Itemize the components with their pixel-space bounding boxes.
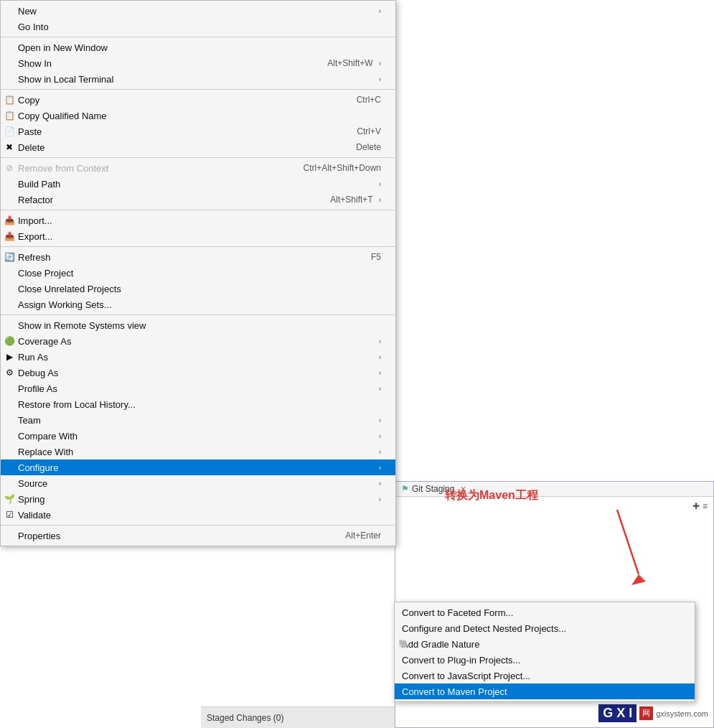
menu-item-show-in[interactable]: Show InAlt+Shift+W› xyxy=(1,55,395,71)
sub-menu-item-add-gradle[interactable]: 🐘Add Gradle Nature xyxy=(395,636,695,652)
sub-menu-item-configure-detect[interactable]: Configure and Detect Nested Projects... xyxy=(395,620,695,636)
watermark-net: 网 xyxy=(639,706,653,720)
menu-separator xyxy=(1,157,395,158)
menu-label-show-in: Show In xyxy=(18,58,299,69)
submenu-arrow-source: › xyxy=(379,480,381,487)
menu-item-replace-with[interactable]: Replace With› xyxy=(1,444,395,459)
submenu-arrow-run-as: › xyxy=(379,353,381,361)
shortcut-refactor: Alt+Shift+T xyxy=(330,195,372,205)
git-tool-plus[interactable]: ✚ xyxy=(692,501,700,511)
menu-item-go-into[interactable]: Go Into xyxy=(1,19,395,34)
gradle-icon: 🐘 xyxy=(398,638,409,650)
menu-label-close-project: Close Project xyxy=(18,268,381,279)
menu-label-assign-working-sets: Assign Working Sets... xyxy=(18,299,381,310)
menu-item-show-remote[interactable]: Show in Remote Systems view xyxy=(1,317,395,333)
menu-label-go-into: Go Into xyxy=(18,22,381,32)
menu-item-source[interactable]: Source› xyxy=(1,475,395,491)
shortcut-delete: Delete xyxy=(356,142,381,152)
menu-item-refactor[interactable]: RefactorAlt+Shift+T› xyxy=(1,192,395,207)
menu-label-close-unrelated: Close Unrelated Projects xyxy=(18,284,381,294)
menu-item-copy-qualified[interactable]: 📋Copy Qualified Name xyxy=(1,108,395,123)
export-icon: 📤 xyxy=(4,230,15,242)
submenu-arrow-show-local-terminal: › xyxy=(379,75,381,83)
context-menu: New›Go IntoOpen in New WindowShow InAlt+… xyxy=(0,0,396,546)
menu-item-refresh[interactable]: 🔄RefreshF5 xyxy=(1,249,395,265)
menu-item-export[interactable]: 📤Export... xyxy=(1,228,395,244)
menu-item-import[interactable]: 📥Import... xyxy=(1,213,395,228)
menu-item-configure[interactable]: Configure› xyxy=(1,459,395,475)
menu-item-run-as[interactable]: ▶Run As› xyxy=(1,349,395,365)
menu-item-coverage-as[interactable]: 🟢Coverage As› xyxy=(1,333,395,349)
menu-item-assign-working-sets[interactable]: Assign Working Sets... xyxy=(1,297,395,312)
menu-item-validate[interactable]: ☑Validate xyxy=(1,507,395,523)
shortcut-copy: Ctrl+C xyxy=(357,95,381,105)
sub-menu-label-convert-javascript: Convert to JavaScript Project... xyxy=(402,671,680,681)
remove-icon: ⊘ xyxy=(4,162,15,174)
sub-menu-item-convert-javascript[interactable]: Convert to JavaScript Project... xyxy=(395,668,695,683)
menu-item-close-unrelated[interactable]: Close Unrelated Projects xyxy=(1,281,395,297)
menu-item-team[interactable]: Team› xyxy=(1,412,395,428)
menu-label-new: New xyxy=(18,6,373,17)
sub-menu-item-convert-faceted[interactable]: Convert to Faceted Form... xyxy=(395,605,695,620)
menu-label-properties: Properties xyxy=(18,531,316,541)
menu-label-team: Team xyxy=(18,415,373,426)
submenu-arrow-debug-as: › xyxy=(379,369,381,377)
submenu-arrow-compare-with: › xyxy=(379,432,381,440)
annotation-arrow xyxy=(610,510,653,596)
menu-item-properties[interactable]: PropertiesAlt+Enter xyxy=(1,528,395,543)
menu-item-debug-as[interactable]: ⚙Debug As› xyxy=(1,365,395,381)
run-icon: ▶ xyxy=(4,351,15,363)
submenu-arrow-replace-with: › xyxy=(379,448,381,456)
menu-item-new[interactable]: New› xyxy=(1,3,395,19)
menu-item-close-project[interactable]: Close Project xyxy=(1,265,395,281)
menu-item-profile-as[interactable]: Profile As› xyxy=(1,381,395,396)
menu-separator xyxy=(1,210,395,210)
menu-item-open-new-window[interactable]: Open in New Window xyxy=(1,39,395,55)
menu-item-copy[interactable]: 📋CopyCtrl+C xyxy=(1,92,395,108)
watermark: G X I 网 gxisystem.com xyxy=(598,704,708,722)
sub-menu-label-convert-maven: Convert to Maven Project xyxy=(402,686,680,697)
menu-label-profile-as: Profile As xyxy=(18,383,373,394)
delete-red-icon: ✖ xyxy=(4,141,15,153)
git-tool-collapse[interactable]: ≡ xyxy=(703,501,708,511)
svg-line-0 xyxy=(617,510,639,574)
menu-item-compare-with[interactable]: Compare With› xyxy=(1,428,395,444)
menu-item-paste[interactable]: 📄PasteCtrl+V xyxy=(1,123,395,139)
submenu-arrow-build-path: › xyxy=(379,180,381,188)
menu-label-coverage-as: Coverage As xyxy=(18,336,373,347)
menu-item-restore-history[interactable]: Restore from Local History... xyxy=(1,396,395,412)
menu-label-source: Source xyxy=(18,478,373,489)
paste-icon: 📄 xyxy=(4,126,15,137)
menu-label-refresh: Refresh xyxy=(18,252,342,263)
menu-separator xyxy=(1,37,395,37)
watermark-site: gxisystem.com xyxy=(656,709,708,718)
sub-menu-label-add-gradle: Add Gradle Nature xyxy=(402,639,680,650)
menu-separator xyxy=(1,314,395,315)
validate-icon: ☑ xyxy=(4,509,15,521)
shortcut-properties: Alt+Enter xyxy=(345,531,381,541)
sub-menu-item-convert-maven[interactable]: Convert to Maven Project xyxy=(395,683,695,699)
submenu-arrow-team: › xyxy=(379,416,381,424)
menu-label-import: Import... xyxy=(18,215,381,226)
menu-label-refactor: Refactor xyxy=(18,195,301,205)
shortcut-paste: Ctrl+V xyxy=(357,126,381,136)
menu-item-delete[interactable]: ✖DeleteDelete xyxy=(1,139,395,155)
git-staging-tab[interactable]: ⚑ Git Staging ✕ xyxy=(395,482,713,497)
menu-item-spring[interactable]: 🌱Spring› xyxy=(1,491,395,507)
menu-label-open-new-window: Open in New Window xyxy=(18,42,381,53)
submenu-arrow-show-in: › xyxy=(379,60,381,67)
sub-menu-label-configure-detect: Configure and Detect Nested Projects... xyxy=(402,623,680,634)
menu-label-copy-qualified: Copy Qualified Name xyxy=(18,111,381,121)
sub-context-menu: Convert to Faceted Form...Configure and … xyxy=(394,602,695,702)
sub-menu-item-convert-plugin[interactable]: Convert to Plug-in Projects... xyxy=(395,652,695,668)
menu-item-show-local-terminal[interactable]: Show in Local Terminal› xyxy=(1,71,395,87)
menu-item-build-path[interactable]: Build Path› xyxy=(1,176,395,192)
menu-label-paste: Paste xyxy=(18,126,328,137)
menu-item-remove-context[interactable]: ⊘Remove from ContextCtrl+Alt+Shift+Down xyxy=(1,160,395,176)
menu-label-delete: Delete xyxy=(18,142,327,153)
menu-label-replace-with: Replace With xyxy=(18,447,373,457)
staged-changes-bar: Staged Changes (0) xyxy=(201,706,395,728)
menu-label-debug-as: Debug As xyxy=(18,368,373,378)
copy-icon: 📋 xyxy=(4,94,15,106)
git-staging-toolbar: ✚ ≡ xyxy=(395,497,713,515)
